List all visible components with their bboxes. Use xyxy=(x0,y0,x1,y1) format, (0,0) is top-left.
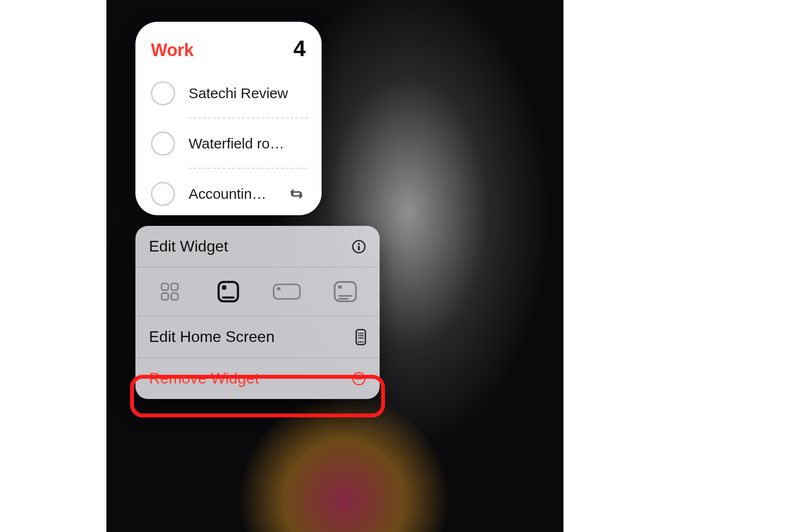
svg-rect-10 xyxy=(274,284,300,299)
reminder-title: Satechi Review xyxy=(189,85,308,102)
widget-header: Work 4 xyxy=(149,35,308,63)
menu-item-label: Edit Home Screen xyxy=(149,328,275,346)
svg-rect-11 xyxy=(277,287,281,291)
unchecked-circle-icon[interactable] xyxy=(151,81,175,105)
info-icon xyxy=(352,239,366,254)
svg-point-20 xyxy=(358,335,359,336)
svg-point-27 xyxy=(360,341,361,342)
unchecked-circle-icon[interactable] xyxy=(151,132,175,156)
svg-rect-8 xyxy=(222,285,226,290)
svg-point-19 xyxy=(362,332,363,334)
reminder-item[interactable]: Accountin… xyxy=(150,169,308,219)
menu-item-edit-home-screen[interactable]: Edit Home Screen xyxy=(135,316,380,358)
svg-rect-2 xyxy=(358,245,359,250)
svg-point-24 xyxy=(360,337,361,339)
svg-rect-6 xyxy=(171,293,178,300)
svg-point-22 xyxy=(362,335,363,336)
widget-size-small-grid[interactable] xyxy=(155,280,184,303)
menu-item-label: Edit Widget xyxy=(149,237,228,255)
svg-point-18 xyxy=(360,332,361,334)
remove-circle-icon xyxy=(352,371,366,386)
reminder-item[interactable]: Satechi Review xyxy=(150,68,308,118)
svg-point-17 xyxy=(358,332,359,334)
reminders-widget[interactable]: Work 4 Satechi Review Waterfield ro… Acc… xyxy=(135,22,322,215)
svg-point-28 xyxy=(362,341,363,342)
svg-point-21 xyxy=(360,335,361,336)
svg-rect-9 xyxy=(222,296,235,299)
svg-rect-4 xyxy=(171,283,178,290)
svg-point-25 xyxy=(362,337,363,339)
svg-rect-15 xyxy=(338,298,349,299)
svg-rect-5 xyxy=(162,293,168,300)
reminder-item[interactable]: Waterfield ro… xyxy=(150,118,308,169)
menu-item-remove-widget[interactable]: Remove Widget xyxy=(135,358,380,399)
widget-size-large[interactable] xyxy=(331,280,360,303)
widget-count-badge: 4 xyxy=(293,35,305,61)
reminder-list: Satechi Review Waterfield ro… Accountin… xyxy=(149,68,308,219)
reminder-title: Accountin… xyxy=(189,186,284,202)
apps-grid-icon xyxy=(355,329,366,345)
svg-point-26 xyxy=(358,341,359,342)
unchecked-circle-icon[interactable] xyxy=(151,182,175,206)
repeat-icon xyxy=(289,187,304,201)
widget-size-small-square[interactable] xyxy=(214,280,243,303)
svg-point-1 xyxy=(358,243,360,245)
svg-point-23 xyxy=(358,337,359,339)
svg-rect-3 xyxy=(162,283,168,290)
svg-rect-13 xyxy=(338,285,342,289)
menu-item-edit-widget[interactable]: Edit Widget xyxy=(135,226,380,267)
canvas: Work 4 Satechi Review Waterfield ro… Acc… xyxy=(0,0,798,532)
reminder-title: Waterfield ro… xyxy=(189,135,308,152)
widget-context-menu: Edit Widget xyxy=(135,226,380,399)
svg-rect-14 xyxy=(338,295,353,296)
widget-list-name: Work xyxy=(151,40,193,60)
menu-item-label: Remove Widget xyxy=(149,369,259,387)
widget-size-picker xyxy=(135,267,380,316)
widget-size-medium-wide[interactable] xyxy=(272,280,301,303)
